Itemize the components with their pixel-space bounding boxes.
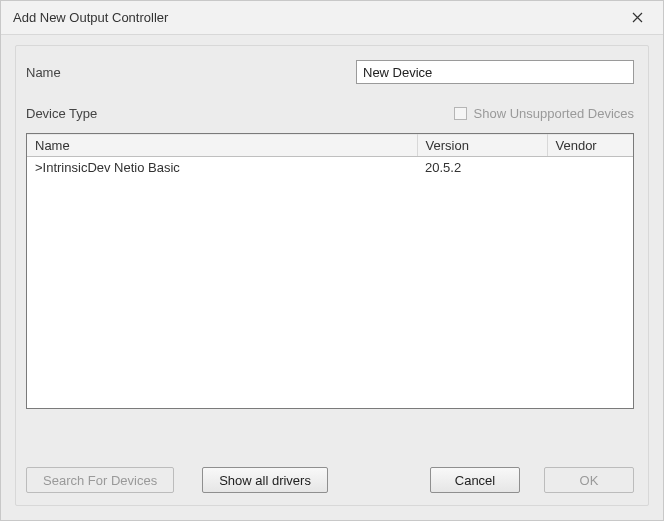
- show-unsupported-label: Show Unsupported Devices: [474, 106, 634, 121]
- column-header-vendor[interactable]: Vendor: [547, 135, 633, 157]
- titlebar: Add New Output Controller: [1, 1, 663, 35]
- close-icon: [632, 12, 643, 23]
- cell-vendor: [547, 157, 633, 179]
- table-header-row: Name Version Vendor: [27, 135, 633, 157]
- button-row: Search For Devices Show all drivers Canc…: [26, 467, 634, 493]
- close-button[interactable]: [621, 6, 653, 30]
- device-table: Name Version Vendor >IntrinsicDev Netio …: [26, 133, 634, 409]
- cell-version: 20.5.2: [417, 157, 547, 179]
- checkbox-icon: [454, 107, 467, 120]
- ok-button: OK: [544, 467, 634, 493]
- search-for-devices-button: Search For Devices: [26, 467, 174, 493]
- name-input[interactable]: [356, 60, 634, 84]
- dialog-add-output-controller: Add New Output Controller Name Device Ty…: [0, 0, 664, 521]
- name-row: Name: [16, 46, 648, 84]
- cancel-button[interactable]: Cancel: [430, 467, 520, 493]
- show-all-drivers-button[interactable]: Show all drivers: [202, 467, 328, 493]
- device-type-label: Device Type: [26, 106, 356, 121]
- dialog-body: Name Device Type Show Unsupported Device…: [15, 45, 649, 506]
- cell-name: >IntrinsicDev Netio Basic: [27, 157, 417, 179]
- column-header-version[interactable]: Version: [417, 135, 547, 157]
- table-row[interactable]: >IntrinsicDev Netio Basic 20.5.2: [27, 157, 633, 179]
- show-unsupported-checkbox: Show Unsupported Devices: [454, 106, 634, 121]
- dialog-title: Add New Output Controller: [13, 10, 168, 25]
- device-type-row: Device Type Show Unsupported Devices: [16, 84, 648, 129]
- name-label: Name: [26, 65, 356, 80]
- column-header-name[interactable]: Name: [27, 135, 417, 157]
